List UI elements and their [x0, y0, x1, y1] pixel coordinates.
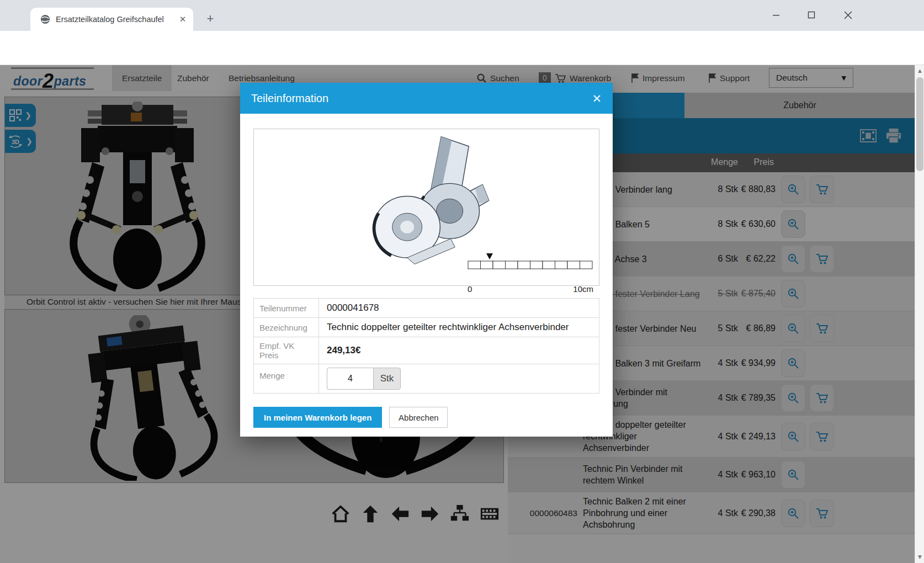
ruler-max-label: 10cm	[573, 284, 593, 294]
quantity-unit: Stk	[373, 368, 401, 390]
minimize-button[interactable]	[763, 6, 789, 24]
field-value: 0000041678	[319, 299, 387, 317]
part-render	[356, 134, 505, 272]
tab-title: Ersatzteilkatalog Greifschaufel	[56, 15, 178, 24]
field-label: Menge	[254, 364, 319, 393]
globe-favicon	[40, 14, 50, 24]
modal-close-icon[interactable]: ✕	[592, 93, 602, 104]
close-window-button[interactable]	[835, 6, 861, 24]
minimize-icon	[772, 11, 780, 19]
maximize-icon	[808, 11, 815, 19]
modal-title: Teileinformation	[251, 92, 328, 105]
tab-close-icon[interactable]: ✕	[178, 14, 188, 24]
quantity-input[interactable]	[327, 368, 373, 390]
field-value: Technic doppelter geteilter rechtwinklig…	[319, 318, 576, 337]
maximize-button[interactable]	[799, 6, 824, 24]
modal-actions: In meinen Warenkorb legen Abbrechen	[253, 407, 599, 428]
browser-toolbar: ← → ⟳ showcase.door2parts.com ☆ 4	[0, 31, 924, 65]
info-row-preis: Empf. VK Preis 249,13€	[254, 337, 599, 364]
info-row-menge: Menge Stk	[254, 364, 599, 393]
part-info-modal: Teileinformation ✕	[240, 83, 613, 437]
browser-titlebar: Ersatzteilkatalog Greifschaufel ✕ +	[0, 0, 924, 31]
new-tab-button[interactable]: +	[203, 12, 217, 26]
browser-window: Ersatzteilkatalog Greifschaufel ✕ + ← → …	[0, 0, 924, 563]
part-info-table: Teilenummer 0000041678 Bezeichnung Techn…	[253, 298, 599, 394]
scale-ruler	[468, 252, 593, 271]
scroll-down-icon[interactable]: ▼	[915, 553, 924, 562]
cancel-button[interactable]: Abbrechen	[389, 407, 448, 428]
ruler-zero-label: 0	[468, 284, 472, 294]
part-image-box: 0 10cm	[253, 129, 599, 286]
scroll-up-icon[interactable]: ▲	[915, 66, 924, 76]
page-scrollbar[interactable]: ▲ ▼	[915, 65, 924, 563]
field-label: Empf. VK Preis	[254, 337, 319, 364]
info-row-teilenummer: Teilenummer 0000041678	[254, 299, 599, 317]
field-label: Bezeichnung	[254, 318, 319, 337]
field-value: 249,13€	[319, 341, 368, 360]
add-to-cart-submit-button[interactable]: In meinen Warenkorb legen	[253, 407, 382, 428]
info-row-bezeichnung: Bezeichnung Technic doppelter geteilter …	[254, 317, 599, 337]
modal-body: 0 10cm Teilenummer 0000041678 Bezeichnun…	[240, 114, 613, 428]
modal-header: Teileinformation ✕	[240, 83, 613, 114]
browser-tab[interactable]: Ersatzteilkatalog Greifschaufel ✕	[30, 8, 193, 31]
field-label: Teilenummer	[254, 299, 319, 317]
window-close-icon	[844, 11, 852, 19]
scrollbar-thumb[interactable]	[916, 77, 923, 171]
